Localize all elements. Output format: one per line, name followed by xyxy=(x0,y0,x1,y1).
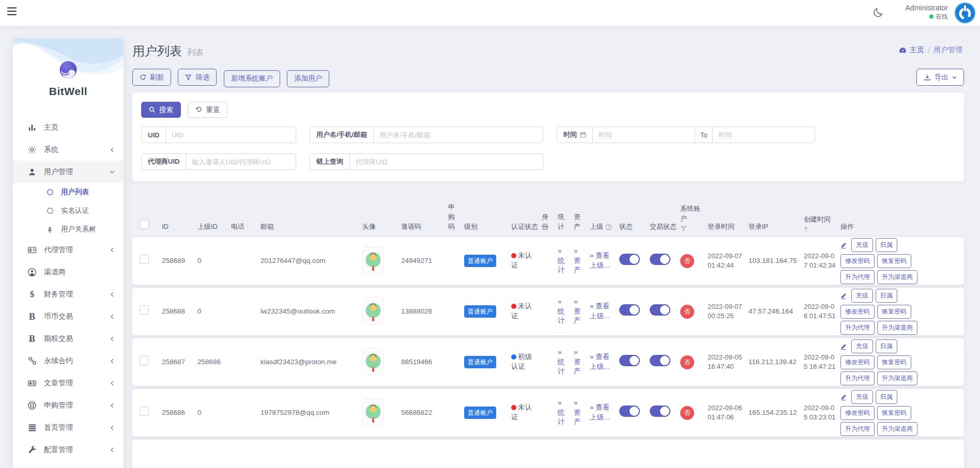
breadcrumb-current[interactable]: 用户管理 xyxy=(933,45,962,55)
edit-icon[interactable] xyxy=(840,292,847,299)
search-button[interactable]: 搜索 xyxy=(141,102,181,118)
stats-link[interactable]: » 统计 xyxy=(558,398,570,428)
header-purchase-code[interactable]: 申购码 xyxy=(448,202,461,232)
upgrade-agent-button[interactable]: 升为代理 xyxy=(840,270,875,284)
header-login-ip[interactable]: 登录IP xyxy=(748,222,800,232)
help-icon[interactable] xyxy=(605,224,612,230)
sidebar-item-7[interactable]: B 币币交易 xyxy=(13,305,124,327)
row-checkbox[interactable] xyxy=(140,305,149,315)
belong-button[interactable]: 归属 xyxy=(876,339,897,353)
stats-link[interactable]: » 统计 xyxy=(558,297,570,326)
edit-icon[interactable] xyxy=(840,394,847,400)
avatar[interactable] xyxy=(362,298,384,324)
avatar[interactable] xyxy=(362,247,384,274)
status-toggle[interactable] xyxy=(619,405,640,417)
change-password-button[interactable]: 修改密码 xyxy=(840,406,875,420)
sidebar-item-8[interactable]: Ƀ 期权交易 xyxy=(13,327,124,350)
belong-button[interactable]: 归属 xyxy=(876,289,897,303)
sidebar-subitem-3-2[interactable]: 实名认证 xyxy=(13,201,124,220)
view-parent-link[interactable]: » 查看上级... xyxy=(590,352,616,372)
add-system-account-button[interactable]: 新增系统账户 xyxy=(224,70,280,87)
stats-link[interactable]: » 统计 xyxy=(558,348,570,377)
view-parent-link[interactable]: » 查看上级... xyxy=(590,251,616,271)
header-system-account[interactable]: 系统账户 xyxy=(680,204,704,232)
edit-icon[interactable] xyxy=(840,343,847,350)
recharge-button[interactable]: 充值 xyxy=(851,289,873,303)
avatar[interactable] xyxy=(362,348,384,375)
recover-password-button[interactable]: 恢复密码 xyxy=(877,355,911,369)
export-button[interactable]: 导出 xyxy=(916,69,964,86)
row-checkbox[interactable] xyxy=(140,407,149,416)
reset-button[interactable]: 重置 xyxy=(188,102,227,118)
trade-status-toggle[interactable] xyxy=(650,304,670,316)
status-toggle[interactable] xyxy=(619,254,640,265)
refresh-button[interactable]: 刷新 xyxy=(132,69,171,86)
header-parent[interactable]: 上级 xyxy=(590,222,616,232)
upgrade-agent-button[interactable]: 升为代理 xyxy=(840,321,875,335)
upgrade-channel-button[interactable]: 升为渠道商 xyxy=(877,321,917,335)
menu-toggle-icon[interactable] xyxy=(7,7,19,17)
header-invite-code[interactable]: 邀请码 xyxy=(401,222,445,232)
trade-status-toggle[interactable] xyxy=(650,355,670,366)
header-created-at[interactable]: 创建时间 xyxy=(804,215,837,232)
chain-query-input[interactable] xyxy=(350,154,543,169)
header-assets[interactable]: 资产 xyxy=(574,212,586,232)
stats-link[interactable]: » 统计 xyxy=(558,246,570,276)
change-password-button[interactable]: 修改密码 xyxy=(840,254,875,268)
edit-icon[interactable] xyxy=(840,242,847,248)
sidebar-item-6[interactable]: $ 财务管理 xyxy=(13,283,124,305)
upgrade-agent-button[interactable]: 升为代理 xyxy=(840,422,875,436)
row-checkbox[interactable] xyxy=(140,356,149,365)
trade-status-toggle[interactable] xyxy=(650,405,670,417)
recharge-button[interactable]: 充值 xyxy=(851,339,873,353)
breadcrumb-home-link[interactable]: 主页 xyxy=(899,45,924,55)
upgrade-channel-button[interactable]: 升为渠道商 xyxy=(877,422,917,436)
change-password-button[interactable]: 修改密码 xyxy=(840,305,875,319)
sidebar-item-9[interactable]: 永续合约 xyxy=(13,350,124,372)
sidebar-item-3[interactable]: 用户管理 xyxy=(13,161,124,183)
recover-password-button[interactable]: 恢复密码 xyxy=(877,305,911,319)
sidebar-item-10[interactable]: 文章管理 xyxy=(13,372,124,394)
user-menu[interactable]: Administrator 在线 xyxy=(906,4,948,21)
dark-mode-icon[interactable] xyxy=(872,7,884,20)
filter-button[interactable]: 筛选 xyxy=(178,69,217,86)
row-checkbox[interactable] xyxy=(140,255,149,264)
header-email[interactable]: 邮箱 xyxy=(261,222,359,232)
select-all-checkbox[interactable] xyxy=(140,220,149,229)
status-toggle[interactable] xyxy=(619,304,640,316)
time-from-input[interactable] xyxy=(593,127,695,143)
header-parent-id[interactable]: 上级ID xyxy=(197,222,227,232)
header-login-time[interactable]: 登录时间 xyxy=(708,222,745,232)
upgrade-channel-button[interactable]: 升为渠道商 xyxy=(877,371,917,385)
status-toggle[interactable] xyxy=(619,355,640,366)
upgrade-agent-button[interactable]: 升为代理 xyxy=(840,371,875,385)
sidebar-subitem-3-1[interactable]: 用户列表 xyxy=(13,183,124,201)
change-password-button[interactable]: 修改密码 xyxy=(840,355,875,369)
header-kyc-status[interactable]: 认证状态 xyxy=(511,222,538,232)
sidebar-subitem-3-3[interactable]: 用户关系树 xyxy=(13,220,124,239)
header-stats[interactable]: 统计 xyxy=(558,212,570,232)
header-phone[interactable]: 电话 xyxy=(231,222,257,232)
sidebar-item-1[interactable]: 主页 xyxy=(13,116,124,138)
recharge-button[interactable]: 充值 xyxy=(851,238,873,252)
assets-link[interactable]: » 资产 xyxy=(574,297,586,326)
belong-button[interactable]: 归属 xyxy=(876,390,897,404)
upgrade-channel-button[interactable]: 升为渠道商 xyxy=(877,270,917,284)
header-status[interactable]: 状态 xyxy=(619,222,646,232)
header-id[interactable]: ID xyxy=(162,222,194,232)
sidebar-item-12[interactable]: 首页管理 xyxy=(13,416,124,439)
avatar[interactable] xyxy=(954,2,976,24)
uid-input[interactable] xyxy=(166,127,296,143)
sidebar-item-4[interactable]: 代理管理 xyxy=(13,239,124,261)
sidebar-item-13[interactable]: 配置管理 xyxy=(13,439,124,461)
time-to-input[interactable] xyxy=(713,127,815,143)
header-level[interactable]: 级别 xyxy=(464,222,508,232)
header-identity[interactable]: 身份 xyxy=(542,212,554,232)
sort-ascending-icon[interactable] xyxy=(804,226,808,232)
recover-password-button[interactable]: 恢复密码 xyxy=(877,406,911,420)
trade-status-toggle[interactable] xyxy=(650,254,670,265)
recharge-button[interactable]: 充值 xyxy=(851,390,873,404)
avatar[interactable] xyxy=(362,399,384,426)
account-input[interactable] xyxy=(374,127,543,143)
belong-button[interactable]: 归属 xyxy=(876,238,897,252)
